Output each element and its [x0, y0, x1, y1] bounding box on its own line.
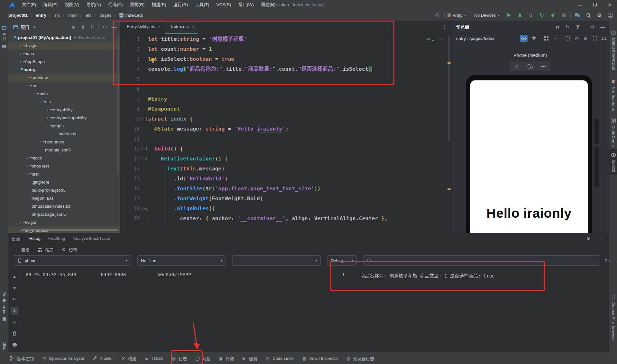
menu-B[interactable]: 构建(B)	[148, 0, 170, 10]
tab-EntryAbility-ets[interactable]: ETSEntryAbility.ets×	[121, 20, 164, 34]
right-strip-item-codegenie[interactable]: GCodeGenie	[609, 117, 617, 147]
tree-item-mock[interactable]: ›mock	[8, 154, 120, 162]
tree-chevron-icon[interactable]: ›	[18, 43, 23, 48]
device-filter-dropdown[interactable]: phone ▾	[13, 255, 131, 266]
settings-icon[interactable]: ⚙	[595, 11, 603, 19]
gear-icon[interactable]: ⚙	[585, 235, 592, 241]
soft-wrap-icon[interactable]: ↩	[11, 296, 18, 303]
menu-T[interactable]: 工具(T)	[191, 0, 213, 10]
breadcrumb-item[interactable]: src	[54, 13, 60, 18]
code-editor[interactable]: 12345678910111213141516171819 let title:…	[120, 34, 452, 233]
tree-item-hvigor[interactable]: ›hvigor	[8, 218, 120, 226]
menu-V[interactable]: 视图(V)	[61, 0, 83, 10]
status-item-TODO[interactable]: ☰TODO	[144, 356, 163, 361]
frame-icon[interactable]	[564, 35, 571, 42]
plugin-icon[interactable]	[575, 24, 581, 30]
status-item--[interactable]: ▣终端	[218, 355, 234, 361]
collapse-all-icon[interactable]: ⇈	[89, 24, 96, 30]
debug-rerun-icon[interactable]	[548, 11, 557, 19]
right-strip-item-device-file[interactable]: Device File Browser	[609, 294, 617, 341]
editor-scrollbar[interactable]	[448, 35, 450, 141]
tree-item-project01-MyApplication-[interactable]: ›project01 [MyApplication]E:\DevEco\proj…	[8, 33, 120, 41]
tree-item-test[interactable]: ›test	[8, 170, 120, 178]
tree-chevron-icon[interactable]: ›	[32, 92, 36, 96]
refresh-icon[interactable]: ↻	[564, 24, 571, 30]
more-options-icon[interactable]: •••	[537, 61, 550, 71]
tree-item-oh-package.json5[interactable]: {;}oh-package.json5	[8, 210, 120, 218]
tree-chevron-icon[interactable]: ›	[25, 164, 30, 168]
tree-item-.hvigor[interactable]: ›.hvigor	[8, 41, 120, 50]
tree-chevron-icon[interactable]: ›	[18, 220, 23, 225]
grid-view-icon[interactable]	[542, 35, 550, 42]
previewer-scrollbar[interactable]	[594, 147, 599, 187]
debug-icon[interactable]	[516, 11, 524, 19]
tree-chevron-icon[interactable]: ›	[45, 108, 50, 112]
status-item-Operation-Analyzer[interactable]: ◷Operation Analyzer	[41, 356, 85, 361]
menu-E[interactable]: 编辑(E)	[40, 0, 61, 10]
chevron-down-icon[interactable]: ▾	[552, 35, 559, 41]
minimize-button[interactable]: —	[573, 0, 587, 10]
status-item--[interactable]: ▤日志	[171, 355, 187, 361]
rerun-icon[interactable]: ↻	[538, 11, 546, 19]
right-strip-item-bell[interactable]: Notifications	[609, 78, 617, 111]
zoom-out-icon[interactable]: ⊖	[574, 35, 580, 41]
zoom-ratio-label[interactable]: 1:1	[601, 36, 606, 41]
log-entry-row[interactable]: 09-25 09:32:55.843 6492-8908 A0c0d0/JSAP…	[8, 271, 609, 279]
tree-chevron-icon[interactable]: ›	[25, 172, 30, 177]
tree-vertical-scrollbar[interactable]	[117, 37, 119, 175]
hide-panel-icon[interactable]: —	[111, 24, 117, 30]
inspect-mode-icon[interactable]	[520, 35, 528, 42]
scroll-down-icon[interactable]: ▼	[11, 284, 18, 291]
log-search-input[interactable]	[363, 255, 600, 266]
tree-item-build-profile.json5[interactable]: {;}build-profile.json5	[8, 186, 120, 194]
level-filter-dropdown[interactable]: Debug ▾	[327, 255, 357, 266]
fold-marker-icon[interactable]: –	[143, 147, 147, 151]
tree-horizontal-scrollbar[interactable]	[21, 229, 118, 231]
tab-options-icon[interactable]: ⋮	[442, 24, 447, 30]
breadcrumb-item[interactable]: main	[68, 13, 78, 18]
match-case-toggle[interactable]: Cc	[604, 258, 610, 263]
log-tab-FaultLog[interactable]: FaultLog	[48, 236, 65, 241]
tree-chevron-icon[interactable]: ›	[18, 59, 23, 64]
maximize-button[interactable]	[587, 0, 602, 10]
status-item--[interactable]: !问题	[195, 355, 210, 361]
diagnostic-icon[interactable]: ◎	[433, 11, 442, 19]
sidebar-item-project[interactable]: 项目	[0, 24, 8, 49]
breadcrumb-item[interactable]: project01	[8, 13, 28, 18]
hide-panel-icon[interactable]: —	[599, 24, 606, 30]
tree-item-.gitignore[interactable]: ⊘.gitignore	[8, 178, 120, 186]
log-tab-AnalyzeStackTrace[interactable]: AnalyzeStackTrace	[73, 236, 110, 241]
tree-item-Index.ets[interactable]: ETSIndex.ets	[8, 130, 120, 138]
status-item--[interactable]: ⚒构建	[121, 355, 136, 361]
sidebar-item-bookmarks[interactable]: Bookmarks	[0, 292, 8, 323]
log-filter-dropdown[interactable]: No filters ▾	[137, 255, 226, 266]
tree-item-main[interactable]: ›main	[8, 90, 120, 98]
add-filter-button[interactable]: +新增	[13, 246, 30, 253]
menu-C[interactable]: 代码(C)	[105, 0, 126, 10]
status-item-Code-Linter[interactable]: ◎Code Linter	[265, 356, 294, 361]
next-problem-icon[interactable]: ⌄	[441, 37, 444, 41]
search-icon[interactable]	[584, 11, 593, 19]
status-item-Profiler[interactable]: Profiler	[92, 356, 113, 361]
tree-chevron-icon[interactable]: ›	[25, 84, 30, 88]
prev-problem-icon[interactable]: ⌃	[436, 37, 439, 41]
right-strip-item-app-check[interactable]: 应用与元服务体检	[609, 30, 617, 70]
chevron-down-icon[interactable]: ▾	[31, 24, 38, 30]
print-icon[interactable]	[11, 341, 18, 348]
settings-button[interactable]: ⚙设置	[60, 246, 77, 253]
status-item-ArkUI-Inspector[interactable]: ▦ArkUI Inspector	[302, 356, 338, 361]
log-tab-HiLog[interactable]: HiLog	[29, 236, 41, 241]
tree-chevron-icon[interactable]: ›	[25, 156, 30, 160]
tree-item-entrybackupability[interactable]: ›entrybackupability	[8, 114, 120, 122]
device-selector[interactable]: No Devices ▾	[472, 11, 502, 19]
tree-item-AppScope[interactable]: ›AppScope	[8, 58, 120, 66]
tree-chevron-icon[interactable]: ›	[39, 140, 43, 144]
menu-W[interactable]: 窗口(W)	[235, 0, 257, 10]
tree-chevron-icon[interactable]: ›	[25, 76, 30, 80]
layout-button[interactable]: 布局	[37, 246, 53, 253]
menu-F[interactable]: 文件(F)	[18, 0, 40, 10]
fold-marker-icon[interactable]: –	[143, 117, 147, 121]
breadcrumb-item[interactable]: Index.ets	[125, 13, 143, 18]
menu-N[interactable]: 导航(N)	[83, 0, 105, 10]
clear-icon[interactable]	[11, 330, 18, 337]
